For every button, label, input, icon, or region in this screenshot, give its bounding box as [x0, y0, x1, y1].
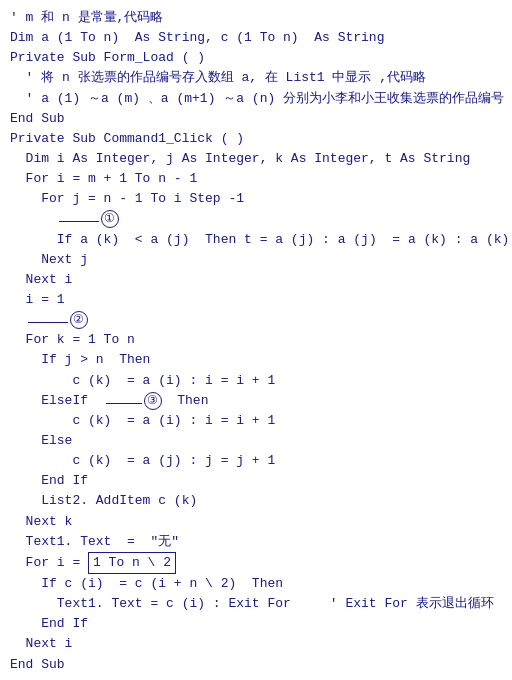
- line-29: If c (i) = c (i + n \ 2) Then: [10, 574, 502, 594]
- line-17: For k = 1 To n: [10, 330, 502, 350]
- line-10: For j = n - 1 To i Step -1: [10, 189, 502, 209]
- line-15: i = 1: [10, 290, 502, 310]
- line-25: List2. AddItem c (k): [10, 491, 502, 511]
- line-3: Private Sub Form_Load ( ): [10, 48, 502, 68]
- circle-3: ③: [144, 392, 162, 410]
- line-19: c (k) = a (i) : i = i + 1: [10, 371, 502, 391]
- line-comment-3: ' a (1) ～a (m) 、a (m+1) ～a (n) 分别为小李和小王收…: [10, 89, 502, 109]
- circle-1: ①: [101, 210, 119, 228]
- code-container: ' m 和 n 是常量,代码略 Dim a (1 To n) As String…: [10, 8, 502, 675]
- line-8: Dim i As Integer, j As Integer, k As Int…: [10, 149, 502, 169]
- blank-3: [106, 403, 142, 404]
- line-6: End Sub: [10, 109, 502, 129]
- line-31: End If: [10, 614, 502, 634]
- line-21: c (k) = a (i) : i = i + 1: [10, 411, 502, 431]
- line-comment-2: ' 将 n 张选票的作品编号存入数组 a, 在 List1 中显示 ,代码略: [10, 68, 502, 88]
- blank-1: [59, 221, 99, 222]
- line-30: Text1. Text = c (i) : Exit For ' Exit Fo…: [10, 594, 502, 614]
- box-1: 1 To n \ 2: [88, 552, 176, 574]
- line-33: End Sub: [10, 655, 502, 675]
- line-comment-1: ' m 和 n 是常量,代码略: [10, 8, 502, 28]
- line-23: c (k) = a (j) : j = j + 1: [10, 451, 502, 471]
- circle-2: ②: [70, 311, 88, 329]
- line-16: ②: [10, 310, 502, 330]
- line-9: For i = m + 1 To n - 1: [10, 169, 502, 189]
- line-14: Next i: [10, 270, 502, 290]
- line-24: End If: [10, 471, 502, 491]
- line-12: If a (k) < a (j) Then t = a (j) : a (j) …: [10, 230, 502, 250]
- line-18: If j > n Then: [10, 350, 502, 370]
- line-11: ①: [10, 209, 502, 229]
- line-27: Text1. Text = "无": [10, 532, 502, 552]
- blank-2: [28, 322, 68, 323]
- line-20: ElseIf ③ Then: [10, 391, 502, 411]
- line-28: For i = 1 To n \ 2: [10, 552, 502, 574]
- line-26: Next k: [10, 512, 502, 532]
- line-7: Private Sub Command1_Click ( ): [10, 129, 502, 149]
- line-13: Next j: [10, 250, 502, 270]
- line-22: Else: [10, 431, 502, 451]
- line-2: Dim a (1 To n) As String, c (1 To n) As …: [10, 28, 502, 48]
- line-32: Next i: [10, 634, 502, 654]
